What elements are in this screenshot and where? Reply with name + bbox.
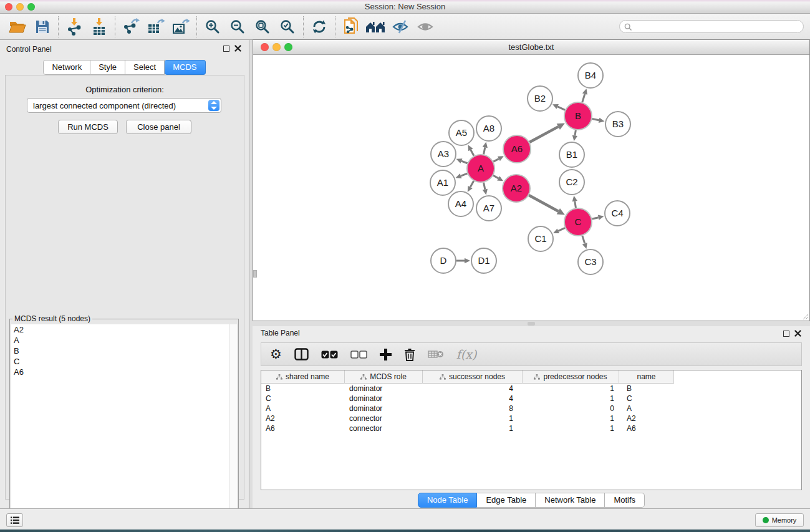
close-panel-icon[interactable] <box>234 45 241 52</box>
float-panel-icon[interactable] <box>223 46 229 52</box>
tab-edge-table[interactable]: Edge Table <box>477 493 536 508</box>
table-cell[interactable]: dominator <box>345 404 423 413</box>
table-cell[interactable]: 0 <box>523 404 619 413</box>
table-row[interactable]: A6connector11A6 <box>261 423 801 433</box>
export-image-button[interactable] <box>168 16 193 38</box>
search-input[interactable] <box>635 21 797 32</box>
zoom-out-button[interactable] <box>225 16 250 38</box>
mcds-result-scrollbar[interactable] <box>229 324 237 530</box>
graph-edge-C-C1[interactable] <box>558 228 565 231</box>
table-cell[interactable]: B <box>261 384 345 393</box>
graph-edge-C-C2[interactable] <box>575 201 576 208</box>
graph-edge-C-C3[interactable] <box>582 236 585 243</box>
table-cell[interactable]: 4 <box>423 394 523 403</box>
criterion-select[interactable]: largest connected component (directed) <box>27 98 221 113</box>
table-cell[interactable]: dominator <box>345 394 423 403</box>
column-header-successor-nodes[interactable]: successor nodes <box>423 370 523 384</box>
table-cell[interactable]: dominator <box>345 384 423 393</box>
zoom-in-button[interactable] <box>200 16 225 38</box>
memory-button[interactable]: Memory <box>755 513 804 527</box>
first-neighbors-button[interactable] <box>364 16 388 38</box>
table-cell[interactable]: 1 <box>423 424 523 433</box>
graph-edge-A-A8[interactable] <box>484 147 485 154</box>
table-row[interactable]: Cdominator41C <box>261 394 801 404</box>
import-network-button[interactable] <box>62 16 87 38</box>
close-panel-icon[interactable] <box>794 330 801 337</box>
split-columns-button[interactable] <box>294 348 309 360</box>
graph-edge-A-A1[interactable] <box>461 173 467 176</box>
open-session-button[interactable] <box>5 16 30 38</box>
table-settings-button[interactable]: ⚙ <box>270 348 282 360</box>
show-all-button[interactable] <box>413 16 438 38</box>
table-cell[interactable]: 1 <box>523 414 619 423</box>
tab-network[interactable]: Network <box>43 60 90 75</box>
column-header-MCDS-role[interactable]: MCDS role <box>345 370 423 384</box>
import-table-button[interactable] <box>87 16 112 38</box>
graph-edge-B-B3[interactable] <box>592 119 599 120</box>
table-cell[interactable]: A6 <box>261 424 345 433</box>
mcds-result-item[interactable]: B <box>11 346 237 356</box>
table-cell[interactable]: 1 <box>523 394 619 403</box>
new-network-from-selection-button[interactable] <box>339 16 364 38</box>
graph-edge-B-B1[interactable] <box>575 130 576 136</box>
delete-table-button[interactable] <box>428 349 444 359</box>
table-cell[interactable]: connector <box>345 424 423 433</box>
graph-edge-A-A7[interactable] <box>484 183 485 190</box>
add-column-button[interactable] <box>380 349 392 360</box>
select-all-button[interactable] <box>321 351 338 359</box>
export-network-button[interactable] <box>118 16 143 38</box>
column-header-shared-name[interactable]: shared name <box>261 370 345 384</box>
canvas-vertical-scroll-thumb[interactable] <box>253 270 257 278</box>
table-cell[interactable]: A2 <box>619 414 674 423</box>
table-cell[interactable]: 1 <box>523 424 619 433</box>
tab-style[interactable]: Style <box>90 60 125 75</box>
zoom-selected-button[interactable] <box>275 16 300 38</box>
table-row[interactable]: Adominator80A <box>261 404 801 414</box>
graph-edge-A-A6[interactable] <box>493 159 499 162</box>
table-cell[interactable]: 1 <box>523 384 619 393</box>
tab-motifs[interactable]: Motifs <box>605 493 645 508</box>
graph-edge-A-A3[interactable] <box>461 161 468 163</box>
deselect-all-button[interactable] <box>350 351 367 359</box>
table-cell[interactable]: 4 <box>423 384 523 393</box>
tab-mcds[interactable]: MCDS <box>165 60 205 75</box>
table-row[interactable]: A2connector11A2 <box>261 414 801 423</box>
resize-grip-icon[interactable] <box>801 312 809 320</box>
table-cell[interactable]: B <box>619 384 674 393</box>
table-cell[interactable]: 8 <box>423 404 523 413</box>
tab-node-table[interactable]: Node Table <box>418 493 478 508</box>
tab-network-table[interactable]: Network Table <box>536 493 605 508</box>
table-row[interactable]: Bdominator41B <box>261 384 801 394</box>
function-builder-button[interactable]: f(x) <box>456 347 477 361</box>
table-cell[interactable]: A2 <box>261 414 345 423</box>
column-header-name[interactable]: name <box>619 370 674 384</box>
table-cell[interactable]: connector <box>345 414 423 423</box>
graph-edge-C-C4[interactable] <box>592 218 598 219</box>
graph-edge-A-A5[interactable] <box>471 150 474 156</box>
table-cell[interactable]: C <box>261 394 345 403</box>
table-cell[interactable]: A <box>619 404 674 413</box>
float-panel-icon[interactable] <box>783 331 789 337</box>
graph-edge-A2-C[interactable] <box>529 195 558 211</box>
export-table-button[interactable] <box>143 16 168 38</box>
graph-edge-A6-B[interactable] <box>529 127 558 142</box>
graph-edge-B-B4[interactable] <box>582 94 585 102</box>
table-cell[interactable]: C <box>619 394 674 403</box>
refresh-button[interactable] <box>307 16 332 38</box>
graph-edge-A-A4[interactable] <box>470 181 474 187</box>
network-canvas[interactable]: AA1A2A3A4A5A6A7A8BB1B2B3B4CC1C2C3C4DD1 <box>253 55 809 321</box>
delete-column-button[interactable] <box>404 348 415 361</box>
table-cell[interactable]: A <box>261 404 345 413</box>
mcds-result-item[interactable]: A6 <box>11 367 237 377</box>
column-header-predecessor-nodes[interactable]: predecessor nodes <box>523 370 619 384</box>
run-mcds-button[interactable]: Run MCDS <box>58 120 118 134</box>
close-panel-button[interactable]: Close panel <box>126 120 191 134</box>
mcds-result-item[interactable]: C <box>11 356 237 367</box>
table-cell[interactable]: 1 <box>423 414 523 423</box>
mcds-result-item[interactable]: A <box>11 335 237 346</box>
graph-edge-A-A2[interactable] <box>493 175 498 178</box>
hide-selected-button[interactable] <box>388 16 413 38</box>
zoom-fit-button[interactable] <box>250 16 275 38</box>
mcds-result-item[interactable]: A2 <box>11 324 237 335</box>
splitter-thumb[interactable] <box>528 322 535 326</box>
